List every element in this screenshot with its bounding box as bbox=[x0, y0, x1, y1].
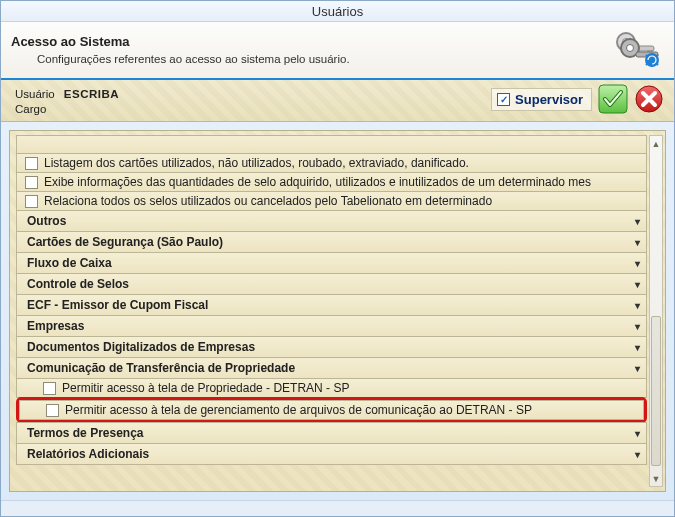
permission-label: Permitir acesso à tela de Propriedade - … bbox=[62, 381, 349, 395]
checkbox[interactable] bbox=[25, 157, 38, 170]
chevron-down-icon: ▾ bbox=[635, 216, 640, 227]
header-panel: Acesso ao Sistema Configurações referent… bbox=[1, 22, 674, 80]
checkbox[interactable] bbox=[25, 195, 38, 208]
cancel-button[interactable] bbox=[634, 84, 664, 114]
permission-label: Exibe informações das quantidades de sel… bbox=[44, 175, 591, 189]
permission-label: Permitir acesso à tela de gerenciamento … bbox=[65, 403, 532, 417]
section-empresas[interactable]: Empresas ▾ bbox=[16, 315, 647, 337]
users-window: Usuários Acesso ao Sistema Configurações… bbox=[0, 0, 675, 517]
permission-label: Listagem dos cartões utilizados, não uti… bbox=[44, 156, 469, 170]
permission-row[interactable]: Exibe informações das quantidades de sel… bbox=[16, 172, 647, 192]
permission-label: Relaciona todos os selos utilizados ou c… bbox=[44, 194, 492, 208]
scroll-up-arrow-icon[interactable]: ▲ bbox=[650, 136, 662, 151]
section-label: ECF - Emissor de Cupom Fiscal bbox=[27, 298, 208, 312]
chevron-down-icon: ▾ bbox=[635, 342, 640, 353]
chevron-down-icon: ▾ bbox=[635, 363, 640, 374]
section-comunicacao-transferencia[interactable]: Comunicação de Transferência de Propried… bbox=[16, 357, 647, 379]
scroll-down-arrow-icon[interactable]: ▼ bbox=[650, 471, 662, 486]
chevron-down-icon: ▾ bbox=[635, 321, 640, 332]
section-outros[interactable]: Outros ▾ bbox=[16, 210, 647, 232]
status-bar bbox=[1, 500, 674, 516]
supervisor-label: Supervisor bbox=[515, 92, 583, 107]
permissions-panel: Listagem dos cartões utilizados, não uti… bbox=[9, 130, 666, 492]
permissions-scroll: Listagem dos cartões utilizados, não uti… bbox=[16, 135, 647, 487]
section-docs-digitalizados[interactable]: Documentos Digitalizados de Empresas ▾ bbox=[16, 336, 647, 358]
permission-row-detran-gerenciamento[interactable]: Permitir acesso à tela de gerenciamento … bbox=[19, 400, 644, 420]
chevron-down-icon: ▾ bbox=[635, 428, 640, 439]
section-label: Controle de Selos bbox=[27, 277, 129, 291]
section-fluxo-caixa[interactable]: Fluxo de Caixa ▾ bbox=[16, 252, 647, 274]
user-bar: Usuário ESCRIBA Cargo ✓ Supervisor bbox=[1, 80, 674, 122]
section-label: Termos de Presença bbox=[27, 426, 144, 440]
section-cartoes-seguranca[interactable]: Cartões de Segurança (São Paulo) ▾ bbox=[16, 231, 647, 253]
role-label: Cargo bbox=[15, 103, 46, 115]
svg-point-5 bbox=[627, 45, 634, 52]
confirm-button[interactable] bbox=[598, 84, 628, 114]
vertical-scrollbar[interactable]: ▲ ▼ bbox=[649, 135, 663, 487]
chevron-down-icon: ▾ bbox=[635, 300, 640, 311]
scrollbar-thumb[interactable] bbox=[651, 316, 661, 466]
section-controle-selos[interactable]: Controle de Selos ▾ bbox=[16, 273, 647, 295]
user-value: ESCRIBA bbox=[64, 88, 119, 100]
header-title: Acesso ao Sistema bbox=[11, 34, 350, 49]
section-label: Relatórios Adicionais bbox=[27, 447, 149, 461]
chevron-down-icon: ▾ bbox=[635, 449, 640, 460]
chevron-down-icon: ▾ bbox=[635, 237, 640, 248]
header-subtitle: Configurações referentes ao acesso ao si… bbox=[37, 53, 350, 65]
checkmark-icon: ✓ bbox=[497, 93, 510, 106]
permission-row-partial[interactable] bbox=[16, 135, 647, 154]
section-relatorios-adicionais[interactable]: Relatórios Adicionais ▾ bbox=[16, 443, 647, 465]
highlighted-permission: Permitir acesso à tela de gerenciamento … bbox=[16, 397, 647, 423]
checkbox[interactable] bbox=[46, 404, 59, 417]
permission-row-detran-propriedade[interactable]: Permitir acesso à tela de Propriedade - … bbox=[16, 378, 647, 398]
user-label: Usuário bbox=[15, 88, 55, 100]
section-label: Fluxo de Caixa bbox=[27, 256, 112, 270]
section-label: Cartões de Segurança (São Paulo) bbox=[27, 235, 223, 249]
section-ecf[interactable]: ECF - Emissor de Cupom Fiscal ▾ bbox=[16, 294, 647, 316]
chevron-down-icon: ▾ bbox=[635, 258, 640, 269]
supervisor-checkbox[interactable]: ✓ Supervisor bbox=[491, 88, 592, 111]
chevron-down-icon: ▾ bbox=[635, 279, 640, 290]
permission-row[interactable]: Relaciona todos os selos utilizados ou c… bbox=[16, 191, 647, 211]
keys-icon bbox=[610, 28, 666, 79]
window-title: Usuários bbox=[1, 1, 674, 22]
checkbox[interactable] bbox=[25, 176, 38, 189]
checkbox[interactable] bbox=[43, 382, 56, 395]
permission-row[interactable]: Listagem dos cartões utilizados, não uti… bbox=[16, 153, 647, 173]
section-termos-presenca[interactable]: Termos de Presença ▾ bbox=[16, 422, 647, 444]
section-label: Outros bbox=[27, 214, 66, 228]
section-label: Documentos Digitalizados de Empresas bbox=[27, 340, 255, 354]
section-label: Empresas bbox=[27, 319, 84, 333]
section-label: Comunicação de Transferência de Propried… bbox=[27, 361, 295, 375]
